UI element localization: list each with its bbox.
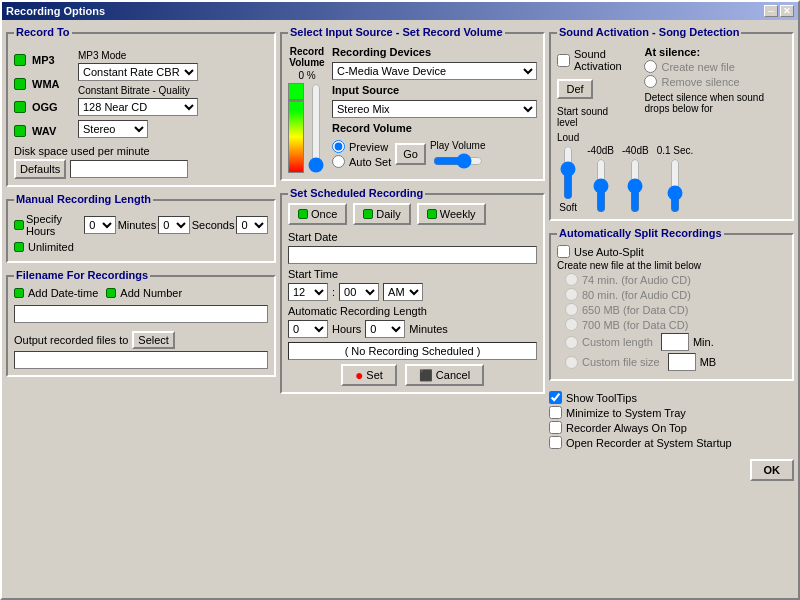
specify-hours-led[interactable]: [14, 220, 24, 230]
disk-space-value: 938 KB (estimated): [70, 160, 188, 178]
silence-level-slider3[interactable]: [665, 158, 685, 213]
split-650mb-radio[interactable]: [565, 303, 578, 316]
minutes-select[interactable]: 0: [158, 216, 190, 234]
sound-activation-label: Sound Activation: [574, 48, 630, 72]
def-button[interactable]: Def: [557, 79, 593, 99]
open-startup-label: Open Recorder at System Startup: [566, 437, 732, 449]
format-wav-row: WAV: [14, 125, 64, 137]
auto-hours-select[interactable]: 0: [288, 320, 328, 338]
hour-select[interactable]: 12: [288, 283, 328, 301]
set-icon: ●: [355, 367, 363, 383]
custom-size-input[interactable]: 2: [668, 353, 696, 371]
show-tooltips-checkbox[interactable]: [549, 391, 562, 404]
input-source-select[interactable]: Stereo Mix: [332, 100, 537, 118]
scheduled-panel: Set Scheduled Recording Once Daily Weekl…: [280, 193, 545, 394]
preview-radio[interactable]: [332, 140, 345, 153]
split-custom-size-radio[interactable]: [565, 356, 578, 369]
add-number-led[interactable]: [106, 288, 116, 298]
mp3-options: MP3 Mode Constant Rate CBR Constant Bitr…: [78, 50, 198, 141]
hours-row: Specify Hours 0 Minutes 0 Seconds 0: [14, 213, 268, 237]
recording-device-select[interactable]: C-Media Wave Device: [332, 62, 537, 80]
auto-minutes-select[interactable]: 0: [365, 320, 405, 338]
open-startup-checkbox[interactable]: [549, 436, 562, 449]
weekly-led: [427, 209, 437, 219]
add-datetime-led[interactable]: [14, 288, 24, 298]
use-auto-split-label: Use Auto-Split: [574, 246, 644, 258]
mp3-led[interactable]: [14, 54, 26, 66]
title-bar: Recording Options ─ ✕: [2, 2, 798, 20]
ogg-led[interactable]: [14, 101, 26, 113]
ok-button[interactable]: OK: [750, 459, 795, 481]
daily-button[interactable]: Daily: [353, 203, 410, 225]
once-button[interactable]: Once: [288, 203, 347, 225]
split-custom-len-radio[interactable]: [565, 336, 578, 349]
silence-level-slider1[interactable]: [591, 158, 611, 213]
ampm-select[interactable]: AMPM: [383, 283, 423, 301]
bitrate-select[interactable]: 128 Near CD: [78, 98, 198, 116]
minute-select[interactable]: 00: [339, 283, 379, 301]
auto-len-label: Automatic Recording Length: [288, 305, 537, 317]
remove-silence-radio[interactable]: [644, 75, 657, 88]
wav-led[interactable]: [14, 125, 26, 137]
weekly-button[interactable]: Weekly: [417, 203, 486, 225]
mp3-mode-select[interactable]: Constant Rate CBR: [78, 63, 198, 81]
add-number-label: Add Number: [120, 287, 182, 299]
create-new-label: Create new file: [661, 61, 734, 73]
split-74min: 74 min. (for Audio CD): [565, 273, 786, 286]
level-col-3: 0.1 Sec.: [657, 145, 694, 213]
show-tooltips-row: Show ToolTips: [549, 391, 794, 404]
split-74min-radio[interactable]: [565, 273, 578, 286]
wav-label: WAV: [32, 125, 64, 137]
hours-select[interactable]: 0: [84, 216, 116, 234]
sound-activation-panel: Sound Activation - Song Detection Sound …: [549, 32, 794, 221]
stereo-select[interactable]: Stereo: [78, 120, 148, 138]
output-row: Output recorded files to Select: [14, 331, 268, 349]
close-button[interactable]: ✕: [780, 5, 794, 17]
weekly-label: Weekly: [440, 208, 476, 220]
record-volume-slider[interactable]: [306, 83, 326, 173]
custom-length-input[interactable]: 1: [661, 333, 689, 351]
use-auto-split-checkbox[interactable]: [557, 245, 570, 258]
output-path-input[interactable]: C:\My Recordings\: [14, 351, 268, 369]
minutes-text: Minutes: [409, 323, 448, 335]
auto-set-radio[interactable]: [332, 155, 345, 168]
sound-activation-title: Sound Activation - Song Detection: [557, 26, 741, 38]
recorder-top-checkbox[interactable]: [549, 421, 562, 434]
add-datetime-row: Add Date-time: [14, 287, 98, 299]
minimize-tray-row: Minimize to System Tray: [549, 406, 794, 419]
set-button[interactable]: ● Set: [341, 364, 397, 386]
silence-level-slider2[interactable]: [625, 158, 645, 213]
start-date-label: Start Date: [288, 231, 537, 243]
auto-set-label: Auto Set: [349, 156, 391, 168]
start-date-input[interactable]: miércoles , 06' 6 e' julio ' 6: [288, 246, 537, 264]
record-volume-value: 0 %: [298, 70, 315, 81]
sound-activation-checkbox[interactable]: [557, 54, 570, 67]
start-level-slider[interactable]: [558, 145, 578, 200]
soft-label: Soft: [559, 202, 577, 213]
minimize-button[interactable]: ─: [764, 5, 778, 17]
wma-led[interactable]: [14, 78, 26, 90]
go-button[interactable]: Go: [395, 143, 426, 165]
level3-label: 0.1 Sec.: [657, 145, 694, 156]
start-sound-label: Start sound level: [557, 106, 630, 128]
cancel-button[interactable]: ⬛ Cancel: [405, 364, 484, 386]
add-number-row: Add Number: [106, 287, 182, 299]
middle-column: Select Input Source - Set Record Volume …: [280, 24, 545, 594]
defaults-button[interactable]: Defaults: [14, 159, 66, 179]
split-80min-radio[interactable]: [565, 288, 578, 301]
seconds-select[interactable]: 0: [236, 216, 268, 234]
unlimited-led[interactable]: [14, 242, 24, 252]
minimize-tray-checkbox[interactable]: [549, 406, 562, 419]
title-bar-buttons: ─ ✕: [764, 5, 794, 17]
hours-text: Hours: [332, 323, 361, 335]
split-options: 74 min. (for Audio CD) 80 min. (for Audi…: [565, 273, 786, 371]
bottom-row: OK: [549, 459, 794, 481]
input-source-title: Select Input Source - Set Record Volume: [288, 26, 505, 38]
no-sched-display: ( No Recording Scheduled ): [288, 342, 537, 360]
split-700mb-radio[interactable]: [565, 318, 578, 331]
play-volume-slider[interactable]: [433, 153, 483, 169]
select-button[interactable]: Select: [132, 331, 175, 349]
recording-devices-label: Recording Devices: [332, 46, 537, 58]
create-new-radio[interactable]: [644, 60, 657, 73]
filename-input[interactable]: EasyHi-Q: [14, 305, 268, 323]
